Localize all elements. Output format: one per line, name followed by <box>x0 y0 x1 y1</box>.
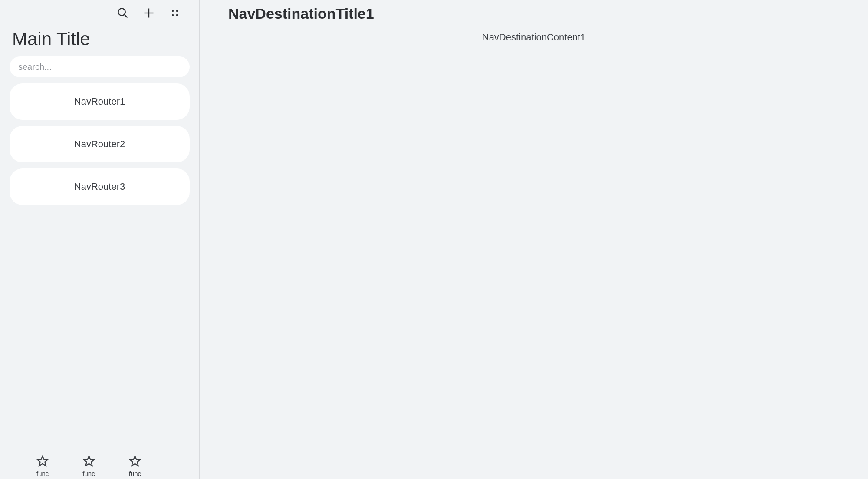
nav-router-item[interactable]: NavRouter1 <box>10 83 190 120</box>
nav-list: NavRouter1 NavRouter2 NavRouter3 <box>0 83 199 205</box>
tab-item[interactable]: func <box>36 455 49 477</box>
dots-icon[interactable] <box>168 6 182 20</box>
tab-item[interactable]: func <box>82 455 95 477</box>
tab-label: func <box>36 470 49 477</box>
nav-router-label: NavRouter1 <box>74 96 125 107</box>
nav-router-item[interactable]: NavRouter3 <box>10 168 190 205</box>
svg-point-0 <box>118 9 125 16</box>
svg-marker-10 <box>130 456 140 466</box>
bottom-tabs: func func func <box>0 455 199 479</box>
svg-point-4 <box>172 10 174 12</box>
tab-item[interactable]: func <box>129 455 141 477</box>
star-icon <box>83 455 95 469</box>
nav-router-item[interactable]: NavRouter2 <box>10 126 190 162</box>
search-box[interactable] <box>10 56 190 77</box>
plus-icon[interactable] <box>142 6 156 20</box>
search-input[interactable] <box>18 62 181 72</box>
sidebar-spacer <box>0 205 199 455</box>
main-title: Main Title <box>0 23 199 54</box>
content-body: NavDestinationContent1 <box>200 22 868 43</box>
svg-point-7 <box>176 14 178 16</box>
tab-label: func <box>129 470 141 477</box>
sidebar: Main Title NavRouter1 NavRouter2 NavRout… <box>0 0 200 479</box>
nav-router-label: NavRouter3 <box>74 181 125 192</box>
content-title: NavDestinationTitle1 <box>200 0 868 22</box>
svg-point-5 <box>176 10 178 12</box>
svg-point-6 <box>172 14 174 16</box>
nav-router-label: NavRouter2 <box>74 139 125 150</box>
svg-marker-9 <box>84 456 94 466</box>
content-area: NavDestinationTitle1 NavDestinationConte… <box>200 0 868 479</box>
svg-marker-8 <box>38 456 48 466</box>
star-icon <box>129 455 141 469</box>
tab-label: func <box>82 470 95 477</box>
search-icon[interactable] <box>116 6 130 20</box>
svg-line-1 <box>125 15 127 17</box>
star-icon <box>36 455 49 469</box>
top-icon-bar <box>0 0 199 23</box>
